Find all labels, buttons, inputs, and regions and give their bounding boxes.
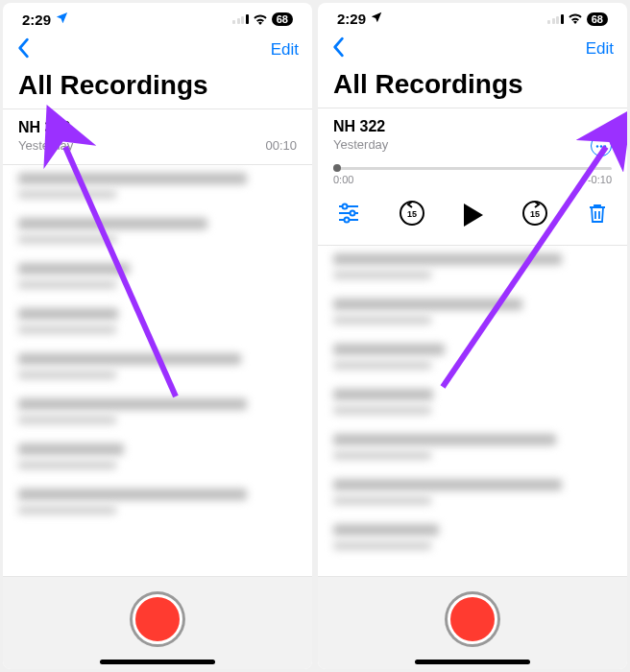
- list-item: [18, 308, 297, 334]
- skip-back-15-icon[interactable]: 15: [398, 199, 426, 231]
- back-button[interactable]: [331, 36, 345, 61]
- recording-duration: 00:10: [265, 138, 297, 153]
- battery-indicator: 68: [272, 12, 293, 26]
- home-indicator: [100, 660, 215, 664]
- phone-screen-left: 2:29 68 Edit All Recordings: [3, 3, 312, 669]
- svg-point-7: [351, 211, 355, 216]
- skip-forward-15-icon[interactable]: 15: [521, 199, 549, 231]
- list-item: [333, 299, 612, 324]
- svg-text:15: 15: [407, 209, 417, 219]
- cellular-signal-icon: [547, 14, 564, 24]
- page-title: All Recordings: [3, 68, 312, 108]
- list-item: [18, 444, 297, 469]
- status-bar: 2:29 68: [318, 3, 627, 31]
- playback-controls: 15 15: [318, 189, 627, 245]
- recording-title: NH 322: [18, 119, 297, 136]
- svg-point-9: [345, 218, 350, 223]
- more-options-button[interactable]: [591, 135, 612, 156]
- wifi-icon: [253, 12, 268, 28]
- record-bar: [3, 576, 312, 669]
- list-item: [18, 489, 297, 515]
- nav-bar: Edit: [3, 32, 312, 68]
- scrubber-time-start: 0:00: [333, 174, 353, 185]
- status-time: 2:29: [337, 11, 366, 27]
- list-item: [18, 218, 297, 244]
- wifi-icon: [568, 11, 583, 27]
- edit-button[interactable]: Edit: [271, 40, 299, 60]
- scrubber-time-end: -0:10: [588, 174, 612, 185]
- location-icon: [370, 11, 383, 27]
- edit-button[interactable]: Edit: [586, 39, 614, 59]
- recordings-list-blurred: [318, 246, 627, 576]
- cellular-signal-icon: [232, 14, 249, 24]
- list-item: [18, 173, 297, 199]
- list-item: [333, 524, 612, 550]
- status-bar: 2:29 68: [3, 3, 312, 32]
- phone-screen-right: 2:29 68 Edit All Recordings: [318, 3, 627, 669]
- record-button[interactable]: [448, 594, 497, 644]
- svg-point-1: [596, 145, 598, 147]
- recording-date: Yesterday: [18, 138, 73, 153]
- options-slider-icon[interactable]: [337, 203, 360, 228]
- svg-text:15: 15: [530, 209, 540, 219]
- list-item: [18, 263, 297, 289]
- recording-item-expanded[interactable]: NH 322 Yesterday: [318, 108, 627, 163]
- list-item: [18, 353, 297, 379]
- recording-date: Yesterday: [333, 137, 388, 152]
- location-icon: [55, 11, 69, 28]
- recording-item[interactable]: NH 322 Yesterday 00:10: [3, 109, 312, 164]
- list-item: [333, 253, 612, 279]
- svg-point-5: [343, 204, 348, 209]
- trash-icon[interactable]: [587, 202, 608, 228]
- recordings-list-blurred: [3, 165, 312, 576]
- list-item: [333, 344, 612, 370]
- list-item: [18, 398, 297, 424]
- record-bar: [318, 576, 627, 669]
- page-title: All Recordings: [318, 67, 627, 108]
- playback-scrubber[interactable]: 0:00 -0:10: [318, 163, 627, 189]
- nav-bar: Edit: [318, 31, 627, 67]
- back-button[interactable]: [16, 37, 30, 62]
- scrubber-knob[interactable]: [333, 164, 341, 172]
- svg-point-3: [604, 145, 606, 147]
- battery-indicator: 68: [587, 12, 608, 26]
- svg-point-2: [600, 145, 602, 147]
- record-button[interactable]: [133, 594, 182, 644]
- list-item: [333, 479, 612, 505]
- list-item: [333, 434, 612, 460]
- list-item: [333, 389, 612, 415]
- status-time: 2:29: [22, 12, 51, 28]
- home-indicator: [415, 660, 530, 664]
- play-button[interactable]: [464, 204, 483, 227]
- recording-title: NH 322: [333, 118, 612, 135]
